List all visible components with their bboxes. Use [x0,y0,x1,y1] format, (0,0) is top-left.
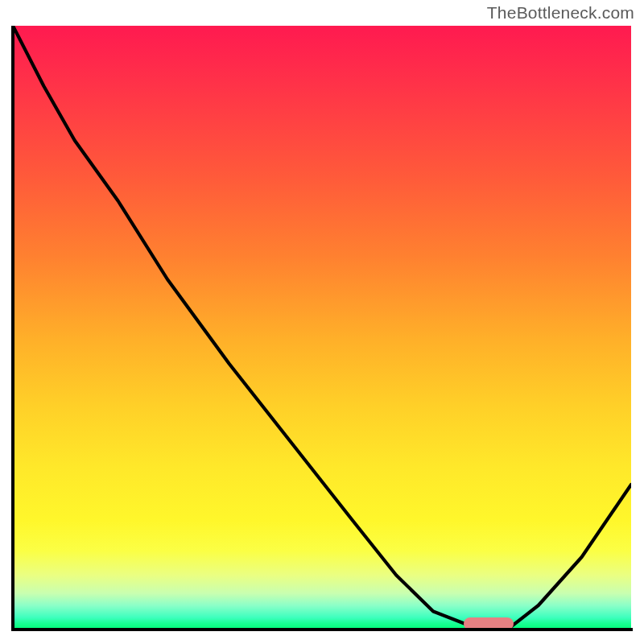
watermark-label: TheBottleneck.com [487,3,634,23]
chart-background-gradient [13,26,631,630]
highlight-marker [464,617,514,630]
